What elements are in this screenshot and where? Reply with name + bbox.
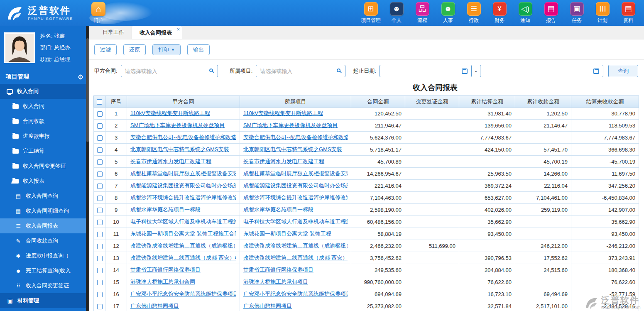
sidebar-folder-5[interactable]: 收入报表 [0,174,89,189]
row-checkbox[interactable] [97,208,103,213]
project-link[interactable]: 成都沙河环境综合提升改造运河护岸维修改造 [243,194,348,201]
module-administration[interactable]: ☰行政 [464,2,484,24]
row-checkbox[interactable] [97,220,103,225]
sidebar-subitem-4[interactable]: ✱进度款申报查询（ [0,248,89,263]
contract-link[interactable]: 港珠澳大桥施工总承包合同 [130,278,236,286]
row-checkbox[interactable] [97,292,103,297]
row-checkbox[interactable] [97,111,103,117]
contract-link[interactable]: 110kV安徽线程集变开断线路工程 [130,110,236,117]
contract-link[interactable]: 广东佛山碧桂园项目 [130,302,236,310]
sidebar-item-income-contract-root[interactable]: 收入合同 [0,84,89,99]
module-plan[interactable]: ☰计划 [593,2,612,24]
row-checkbox[interactable] [97,123,103,129]
module-notification[interactable]: ◁)通知 [515,2,535,24]
project-input[interactable] [256,65,345,77]
row-checkbox[interactable] [97,232,103,237]
module-finance[interactable]: ¥财务 [490,2,509,24]
row-checkbox[interactable] [97,280,103,285]
filter-button[interactable]: 过滤 [94,44,117,55]
select-all-checkbox[interactable] [97,99,102,105]
restore-button[interactable]: 还原 [123,44,146,55]
sidebar-section-material-management[interactable]: ▣ 材料管理 [0,293,89,308]
sidebar-subitem-0[interactable]: ▤收入合同查询 [0,189,89,203]
sidebar-folder-3[interactable]: 完工结算 [0,144,89,159]
date-start-input[interactable] [380,65,471,77]
row-checkbox[interactable] [97,304,103,309]
scrollbar-thumb[interactable] [86,38,89,142]
search-button[interactable]: 查询 [608,65,638,77]
row-checkbox[interactable] [97,256,103,261]
module-task[interactable]: ▣任务 [567,2,587,24]
sidebar-folder-2[interactable]: 进度款申报 [0,129,89,144]
project-link[interactable]: 成都水岸华庭名苑项目一标段 [243,206,348,213]
calendar-icon[interactable] [593,69,599,74]
project-link[interactable]: 改建铁路线增建第二线直通线（成都-西安）电 [243,254,348,262]
search-icon[interactable] [209,69,213,72]
row-checkbox[interactable] [97,171,103,177]
sidebar-subitem-5[interactable]: ☻完工结算查询(收入 [0,263,89,278]
row-checkbox[interactable] [97,147,103,153]
calendar-icon[interactable] [462,69,468,74]
portal-button[interactable]: ⌂ 门户 [91,2,105,24]
sidebar-subitem-2[interactable]: ☰收入合同报表 [0,218,89,233]
amount-cell: 45,700.89 [351,156,405,168]
project-link[interactable]: 广安邓小平纪念馆安全防范系统维护保养项目 [243,290,348,298]
project-link[interactable]: 安徽合肥供电公司--配电设备检修维护和改造 [243,134,348,141]
project-link[interactable]: 长春市伊通河水力发电厂改建工程 [243,158,348,165]
project-link[interactable]: SM广场地下车库更换摄像机及硬盘项目 [243,122,348,129]
sidebar-section-project-management[interactable]: 项目管理 ⚙ [0,70,89,84]
project-link[interactable]: 成都能源建设集团投资有限公司临时办公场所 [243,182,348,189]
sidebar-subitem-1[interactable]: ▦收入合同明细查询 [0,203,89,218]
sidebar-folder-1[interactable]: 合同收款 [0,114,89,129]
contract-link[interactable]: 广安邓小平纪念馆安全防范系统维护保养项目 [130,290,236,298]
party-contract-input[interactable] [121,65,218,77]
contract-link[interactable]: 改建铁路线增建第二线直通线（成都-西安）电 [130,254,236,262]
contract-link[interactable]: 成都沙河环境综合提升改造运河护岸维修改造 [130,194,236,201]
contract-link[interactable]: 改建铁路成渝线增建第二直通线（成渝枢纽）自 [130,242,236,250]
project-link[interactable]: 甘肃省工商银行网络保养项目 [243,266,348,274]
module-documents[interactable]: ▤资料 [618,2,638,24]
sidebar-folder-4[interactable]: 收入合同变更签证 [0,159,89,174]
contract-link[interactable]: SM广场地下车库更换摄像机及硬盘项目 [130,122,236,129]
sidebar-subitem-6[interactable]: ⠿收入合同变更签证 [0,278,89,293]
contract-link[interactable]: 安徽合肥供电公司--配电设备检修维护和改造 [130,134,236,141]
module-report[interactable]: ▤报告 [541,2,561,24]
export-button[interactable]: 输出 [187,44,210,55]
project-link[interactable]: 成都杜甫草堂临时展厅独立展柜报警设备安装 [243,170,348,177]
print-button[interactable]: 打印▼ [152,44,181,55]
contract-link[interactable]: 东城花园一期项目公寓大堂 装饰工程施工合同 [130,230,236,238]
sidebar-subitem-3[interactable]: ✎合同收款查询 [0,233,89,248]
contract-link[interactable]: 成都水岸华庭名苑项目一标段 [130,206,236,213]
project-link[interactable]: 改建铁路成渝线增建第二直通线（成渝枢纽） [243,242,348,250]
row-checkbox[interactable] [97,244,103,249]
project-link[interactable]: 北京朝阳区电气中芯特气系统之GMS安装 [243,146,348,153]
contract-link[interactable]: 成都杜甫草堂临时展厅独立展柜报警设备安装项目 [130,170,236,177]
tab-income-contract-report[interactable]: 收入合同报表 × [132,26,182,39]
contract-link[interactable]: 长春市伊通河水力发电厂改建工程 [130,158,236,165]
date-end-input[interactable] [480,65,603,77]
contract-link[interactable]: 电子科技大学区域人行道及非机动车道工程施工 [130,218,236,225]
gear-icon[interactable]: ⚙ [78,73,83,81]
tab-daily-work[interactable]: 日常工作 [95,26,132,39]
tab-close-icon[interactable]: × [177,27,180,32]
sidebar-scrollbar[interactable] [86,26,89,311]
project-link[interactable]: 电子科技大学区域人行道及非机动车道工程施 [243,218,348,225]
module-project-management[interactable]: ⊞项目管理 [361,2,381,24]
row-checkbox[interactable] [97,268,103,273]
row-checkbox[interactable] [97,184,103,189]
row-checkbox[interactable] [97,196,103,201]
contract-link[interactable]: 成都能源建设集团投资有限公司临时办公场所 [130,182,236,189]
project-link[interactable]: 港珠澳大桥施工总承包项目 [243,278,348,286]
contract-link[interactable]: 北京朝阳区电气中芯特气系统之GMS安装 [130,146,236,153]
row-checkbox[interactable] [97,159,103,165]
project-link[interactable]: 东城花园一期项目公寓大堂 装饰工程 [243,230,348,238]
search-icon[interactable] [337,69,340,72]
module-personal[interactable]: ☻个人 [387,2,406,24]
contract-link[interactable]: 甘肃省工商银行网络保养项目 [130,266,236,274]
project-link[interactable]: 110kV安徽线程集变开断线路工程 [243,110,348,117]
module-workflow[interactable]: 品流程 [412,2,432,24]
module-hr[interactable]: ☻人事 [438,2,458,24]
row-checkbox[interactable] [97,135,103,141]
sidebar-folder-0[interactable]: 收入合同 [0,99,89,114]
project-link[interactable]: 广东佛山碧桂园项目 [243,302,348,310]
